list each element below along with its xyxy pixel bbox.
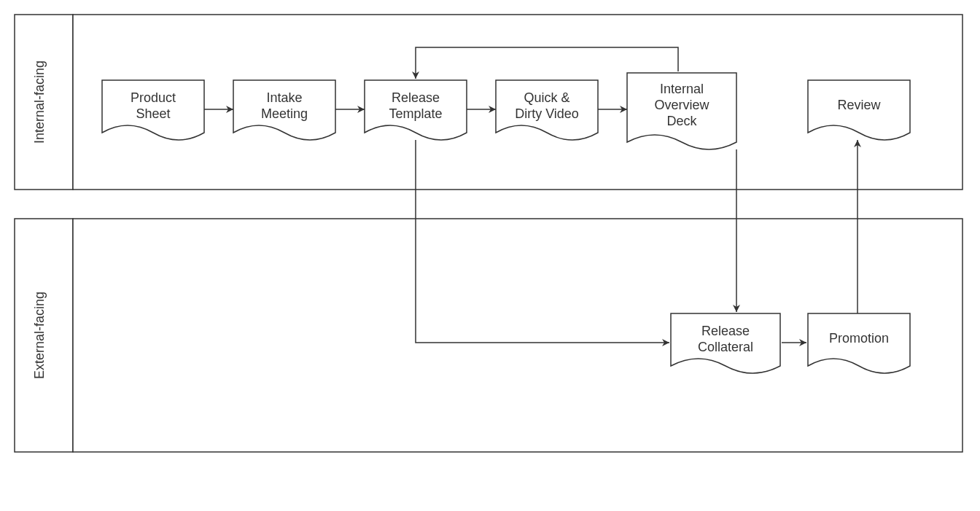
lane-internal-label: Internal-facing	[32, 61, 47, 144]
lane-external-label: External-facing	[32, 292, 47, 379]
node-quick-dirty-l1: Quick &	[524, 90, 569, 105]
node-product-sheet-l2: Sheet	[136, 106, 170, 121]
swimlane-diagram: Internal-facing External-facing Product	[0, 0, 980, 511]
node-release-collateral-l1: Release	[701, 324, 750, 338]
node-release-template-l2: Template	[389, 106, 442, 121]
node-review-l1: Review	[837, 98, 881, 112]
node-overview-deck-l2: Overview	[654, 98, 709, 112]
node-intake-meeting-l2: Meeting	[261, 106, 308, 121]
node-product-sheet-l1: Product	[131, 90, 176, 105]
node-release-template-l1: Release	[392, 90, 440, 105]
node-promotion-l1: Promotion	[829, 331, 889, 346]
node-overview-deck-l1: Internal	[660, 82, 704, 96]
node-quick-dirty-l2: Dirty Video	[515, 106, 579, 121]
node-intake-meeting-l1: Intake	[266, 90, 302, 105]
node-release-collateral-l2: Collateral	[698, 340, 753, 354]
node-overview-deck-l3: Deck	[666, 114, 697, 128]
